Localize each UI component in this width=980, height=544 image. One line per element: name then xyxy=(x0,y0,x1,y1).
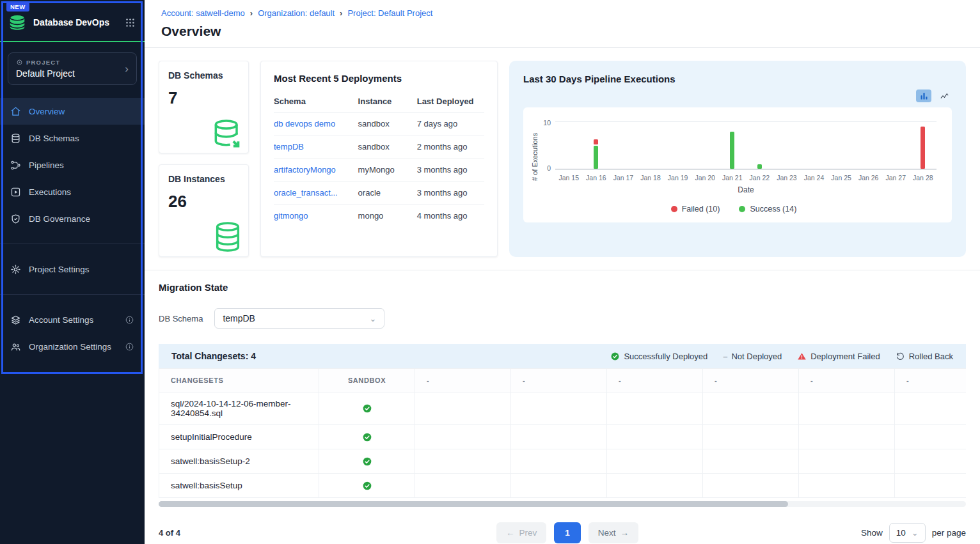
column-header-empty: - xyxy=(607,369,703,392)
total-changesets-label: Total Changesets: 4 xyxy=(171,351,256,361)
column-header-instance: Instance xyxy=(358,91,417,113)
pipeline-executions-card: Last 30 Days Pipeline Executions # of Ex… xyxy=(509,61,966,257)
changeset-name: setupInitialProcedure xyxy=(159,425,319,449)
x-tick-label: Jan 18 xyxy=(637,174,665,182)
column-header-empty: - xyxy=(895,369,967,392)
sidebar-item-account-settings[interactable]: Account Settings xyxy=(0,306,145,333)
breadcrumb-organization-link[interactable]: Organization: default xyxy=(258,8,335,18)
apps-grid-icon[interactable] xyxy=(125,17,136,28)
sidebar-item-executions[interactable]: Executions xyxy=(0,178,145,205)
bar-column xyxy=(855,122,882,169)
bar-column xyxy=(664,122,692,169)
recent-deployments-card: Most Recent 5 Deployments Schema Instanc… xyxy=(260,61,498,257)
schema-link[interactable]: db devops demo xyxy=(274,119,335,128)
overview-cards-row: DB Schemas 7 DB Instances 26 Most Recent… xyxy=(159,61,966,257)
failed-bar-segment xyxy=(594,139,598,144)
db-schemas-card-title: DB Schemas xyxy=(168,70,239,81)
instance-cell: myMongo xyxy=(358,159,417,182)
changeset-name: satwell:basisSetup xyxy=(159,474,319,498)
sidebar-item-organization-settings[interactable]: Organization Settings xyxy=(0,333,145,360)
x-tick-label: Jan 26 xyxy=(855,174,882,182)
db-instances-card: DB Instances 26 xyxy=(159,164,249,257)
success-check-icon xyxy=(362,431,372,441)
pipeline-executions-title: Last 30 Days Pipeline Executions xyxy=(523,74,952,84)
sidebar-item-project-settings[interactable]: Project Settings xyxy=(0,256,145,283)
play-square-icon xyxy=(10,187,21,198)
sidebar-item-overview[interactable]: Overview xyxy=(0,98,145,125)
instance-cell: sandbox xyxy=(358,113,417,136)
column-header-schema: Schema xyxy=(274,91,358,113)
horizontal-scrollbar-thumb[interactable] xyxy=(159,501,788,507)
info-icon[interactable] xyxy=(125,342,134,352)
project-selector[interactable]: PROJECT Default Project › xyxy=(8,52,137,85)
x-tick-label: Jan 21 xyxy=(718,174,746,182)
db-instances-count: 26 xyxy=(168,192,239,212)
info-icon[interactable] xyxy=(125,315,134,325)
topbar: Account: satwell-demo › Organization: de… xyxy=(145,0,980,48)
changesets-header-band: Total Changesets: 4 Successfully Deploye… xyxy=(159,344,966,368)
x-tick-label: Jan 23 xyxy=(773,174,801,182)
line-chart-toggle-icon[interactable] xyxy=(937,89,952,102)
page-title: Overview xyxy=(161,24,963,39)
legend-successfully-deployed: Successfully Deployed xyxy=(610,352,707,361)
deployment-row: artifactoryMongo myMongo 3 months ago xyxy=(274,159,484,182)
x-tick-label: Jan 19 xyxy=(664,174,692,182)
x-tick-label: Jan 28 xyxy=(910,174,937,182)
sidebar-item-pipelines[interactable]: Pipelines xyxy=(0,152,145,178)
breadcrumb-separator-icon: › xyxy=(340,8,342,18)
column-header-changesets: CHANGESETS xyxy=(159,369,319,392)
chevron-down-icon: ⌄ xyxy=(912,528,919,538)
sidebar-item-label: Project Settings xyxy=(29,265,90,274)
users-icon xyxy=(10,341,21,352)
horizontal-scrollbar-track[interactable] xyxy=(159,501,966,507)
breadcrumb-account-link[interactable]: Account: satwell-demo xyxy=(161,8,245,18)
schema-link[interactable]: tempDB xyxy=(274,142,304,152)
next-page-button[interactable]: Next → xyxy=(589,522,638,543)
current-page-button[interactable]: 1 xyxy=(554,522,581,543)
sidebar-item-label: Pipelines xyxy=(29,160,64,170)
x-tick-label: Jan 24 xyxy=(800,174,828,182)
success-check-icon xyxy=(610,352,620,361)
divider xyxy=(0,244,145,244)
instance-cell: mongo xyxy=(358,205,417,228)
dash-icon: – xyxy=(723,352,727,361)
schema-link[interactable]: oracle_transact... xyxy=(274,188,338,198)
prev-page-button[interactable]: ← Prev xyxy=(496,522,546,543)
app-logo-icon xyxy=(8,13,27,32)
sidebar-item-db-governance[interactable]: DB Governance xyxy=(0,205,145,232)
deployed-cell: 3 months ago xyxy=(417,159,484,182)
pagination-controls: ← Prev 1 Next → xyxy=(274,522,861,543)
x-tick-label: Jan 20 xyxy=(692,174,719,182)
legend-item-failed: Failed (10) xyxy=(671,205,720,214)
db-schema-label: DB Schema xyxy=(159,314,203,323)
layers-icon xyxy=(10,315,21,325)
breadcrumb-project-link[interactable]: Project: Default Project xyxy=(347,8,432,18)
y-axis-title: # of Executions xyxy=(531,119,539,194)
sidebar-item-label: Account Settings xyxy=(29,315,93,325)
db-schema-select[interactable]: tempDB ⌄ xyxy=(214,308,384,329)
deployment-row: tempDB sandbox 2 months ago xyxy=(274,136,484,159)
sidebar: NEW Database DevOps PROJECT Default Proj… xyxy=(0,0,145,544)
schema-link[interactable]: gitmongo xyxy=(274,211,308,221)
project-name: Default Project xyxy=(16,68,75,79)
bar-column xyxy=(882,122,910,169)
y-tick-label: 10 xyxy=(543,119,551,127)
sidebar-item-db-schemas[interactable]: DB Schemas xyxy=(0,125,145,152)
schema-link[interactable]: artifactoryMongo xyxy=(274,165,336,175)
warning-triangle-icon xyxy=(797,352,807,361)
deployed-cell: 7 days ago xyxy=(417,113,484,136)
chart-plot xyxy=(555,121,937,169)
failed-bar-segment xyxy=(921,127,925,169)
deployment-row: gitmongo mongo 4 months ago xyxy=(274,205,484,228)
db-schema-selected-value: tempDB xyxy=(223,313,255,323)
changeset-name: sql/2024-10-14-12-06-member-34240854.sql xyxy=(159,392,319,425)
success-bar-segment xyxy=(757,164,762,169)
page-size-select[interactable]: 10 ⌄ xyxy=(889,523,926,543)
divider xyxy=(0,294,145,295)
db-schemas-count: 7 xyxy=(168,88,239,108)
column-header-empty: - xyxy=(703,369,799,392)
success-bar-segment xyxy=(730,132,734,169)
bar-chart-toggle-icon[interactable] xyxy=(916,89,931,102)
bar-column xyxy=(583,122,610,169)
column-header-empty: - xyxy=(799,369,895,392)
